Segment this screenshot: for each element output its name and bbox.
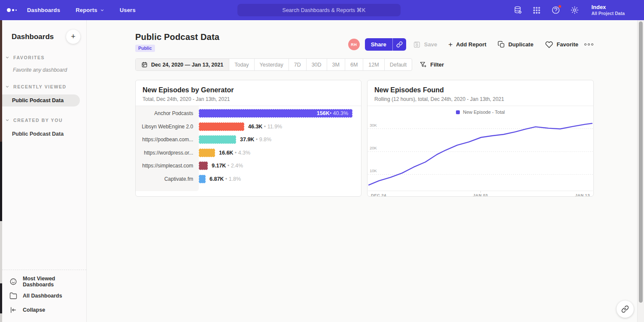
bar-value-label: 37.9K • 9.8% <box>240 137 271 143</box>
bar-row-3: https://podbean.com...37.9K • 9.8% <box>136 133 361 146</box>
chevron-down-icon <box>5 85 9 89</box>
card-new-episodes-by-generator: New Episodes by Generator Total, Dec 24t… <box>135 80 361 197</box>
footer-item-all-dashboards[interactable]: All Dashboards <box>9 289 86 303</box>
date-preset-6m[interactable]: 6M <box>345 59 363 70</box>
bar-row-1: Anchor Podcasts156K • 40.3% <box>136 107 361 120</box>
card-title: New Episodes by Generator <box>143 86 354 94</box>
bar-category-label: https://simplecast.com <box>136 163 199 169</box>
x-tick-label: DEC 24 <box>371 193 386 197</box>
bar-category-label: https://wordpress.or... <box>136 150 199 156</box>
project-scope: All Project Data <box>591 11 625 16</box>
app-logo-icon[interactable] <box>7 8 17 12</box>
bar-segment[interactable] <box>199 175 206 183</box>
bar-segment[interactable] <box>199 161 208 170</box>
date-toolbar: Dec 24, 2020 — Jan 13, 2021 TodayYesterd… <box>135 58 444 71</box>
copy-link-fab[interactable] <box>617 301 634 318</box>
card-subtitle: Total, Dec 24th, 2020 - Jan 13th, 2021 <box>143 96 354 102</box>
chevron-down-icon <box>100 8 104 12</box>
section-header-created-by-you[interactable]: CREATED BY YOU <box>0 118 86 123</box>
date-preset-12m[interactable]: 12M <box>363 59 384 70</box>
top-navbar: DashboardsReportsUsers Search Dashboards… <box>0 0 644 20</box>
section-header-recently-viewed[interactable]: RECENTLY VIEWED <box>0 84 86 89</box>
nav-item-users[interactable]: Users <box>120 7 136 13</box>
line-chart: 10K20K30K <box>368 117 593 191</box>
nav-item-label: Reports <box>76 7 97 13</box>
date-preset-today[interactable]: Today <box>229 59 254 70</box>
bar-row-2: Libsyn WebEngine 2.046.3K • 11.9% <box>136 120 361 134</box>
duplicate-button[interactable]: Duplicate <box>498 41 534 48</box>
heart-icon <box>545 41 553 49</box>
sidebar-item-public-podcast-data[interactable]: Public Podcast Data <box>0 128 86 140</box>
bar-segment[interactable] <box>199 135 236 144</box>
global-search-input[interactable]: Search Dashboards & Reports ⌘K <box>237 4 401 16</box>
sidebar-footer: Most Viewed DashboardsAll DashboardsColl… <box>0 270 86 322</box>
collapse-icon <box>9 306 17 314</box>
smiley-icon <box>9 278 17 286</box>
bar-value-label: 9.17K • 2.4% <box>212 163 243 169</box>
bar-wrap: 6.87K • 1.8% <box>199 175 361 183</box>
bar-category-label: Libsyn WebEngine 2.0 <box>136 124 199 130</box>
share-link-icon[interactable] <box>392 38 406 51</box>
section-title: FAVORITES <box>13 55 45 60</box>
x-tick-label: JAN 03 <box>473 193 488 197</box>
date-preset-3m[interactable]: 3M <box>327 59 345 70</box>
nav-item-reports[interactable]: Reports <box>76 7 104 13</box>
bar-value-label: 6.87K • 1.8% <box>210 176 241 182</box>
folder-icon <box>9 292 17 300</box>
section-title: RECENTLY VIEWED <box>13 84 67 89</box>
chart-legend: New Episode - Total <box>368 107 593 117</box>
add-dashboard-button[interactable]: + <box>66 30 80 44</box>
bar-segment[interactable]: 156K • 40.3% <box>199 109 352 118</box>
footer-item-label: Collapse <box>23 307 45 313</box>
save-button[interactable]: Save <box>413 41 437 49</box>
scrollbar-thumb[interactable] <box>639 21 643 303</box>
share-button[interactable]: Share <box>365 38 392 51</box>
search-icon <box>273 7 279 13</box>
bar-segment[interactable] <box>199 149 215 157</box>
chevron-down-icon <box>631 7 636 13</box>
card-subtitle: Rolling (12 hours), total, Dec 24th, 202… <box>374 96 586 102</box>
share-button-group: Share <box>365 38 406 51</box>
nav-item-label: Users <box>120 7 136 13</box>
copy-icon <box>498 41 505 48</box>
footer-item-label: Most Viewed Dashboards <box>23 276 86 288</box>
section-header-favorites[interactable]: FAVORITES <box>0 55 86 60</box>
project-switcher[interactable]: Index All Project Data <box>591 4 636 16</box>
footer-item-collapse[interactable]: Collapse <box>9 303 86 317</box>
chevron-down-icon <box>5 55 9 60</box>
avatar[interactable]: RH <box>348 39 360 50</box>
bar-row-6: Captivate.fm6.87K • 1.8% <box>136 173 361 186</box>
date-preset-yesterday[interactable]: Yesterday <box>255 59 289 70</box>
data-source-icon[interactable] <box>513 6 522 15</box>
date-range-control: Dec 24, 2020 — Jan 13, 2021 TodayYesterd… <box>135 58 412 71</box>
date-range-button[interactable]: Dec 24, 2020 — Jan 13, 2021 <box>136 59 229 70</box>
filter-button[interactable]: Filter <box>420 61 444 68</box>
report-cards: New Episodes by Generator Total, Dec 24t… <box>135 80 594 197</box>
bar-segment[interactable] <box>199 122 244 131</box>
nav-item-dashboards[interactable]: Dashboards <box>27 7 60 13</box>
legend-label: New Episode - Total <box>463 109 505 115</box>
more-options-button[interactable] <box>584 43 593 46</box>
date-preset-7d[interactable]: 7D <box>289 59 307 70</box>
x-tick-label: JAN 13 <box>575 193 590 197</box>
help-icon[interactable] <box>551 6 560 15</box>
filter-icon <box>420 61 427 68</box>
date-preset-30d[interactable]: 30D <box>307 59 327 70</box>
apps-grid-icon[interactable] <box>532 6 541 15</box>
footer-item-most-viewed-dashboards[interactable]: Most Viewed Dashboards <box>9 274 86 289</box>
settings-gear-icon[interactable] <box>570 6 579 15</box>
bar-wrap: 16.6K • 4.3% <box>199 149 361 157</box>
y-tick-label: 20K <box>370 146 377 150</box>
bar-value-label: 16.6K • 4.3% <box>219 150 250 156</box>
bar-value-label: 156K • 40.3% <box>317 109 348 117</box>
favorite-button[interactable]: Favorite <box>545 41 578 49</box>
search-placeholder: Search Dashboards & Reports ⌘K <box>283 7 366 13</box>
legend-swatch <box>456 110 460 114</box>
add-report-button[interactable]: + Add Report <box>448 41 486 48</box>
app-window: DashboardsReportsUsers Search Dashboards… <box>0 0 644 322</box>
link-icon <box>621 305 629 313</box>
sidebar-item-public-podcast-data[interactable]: Public Podcast Data <box>0 94 80 106</box>
sidebar-title: Dashboards <box>12 33 54 41</box>
date-preset-default[interactable]: Default <box>385 59 412 70</box>
card-title: New Episodes Found <box>374 86 586 94</box>
